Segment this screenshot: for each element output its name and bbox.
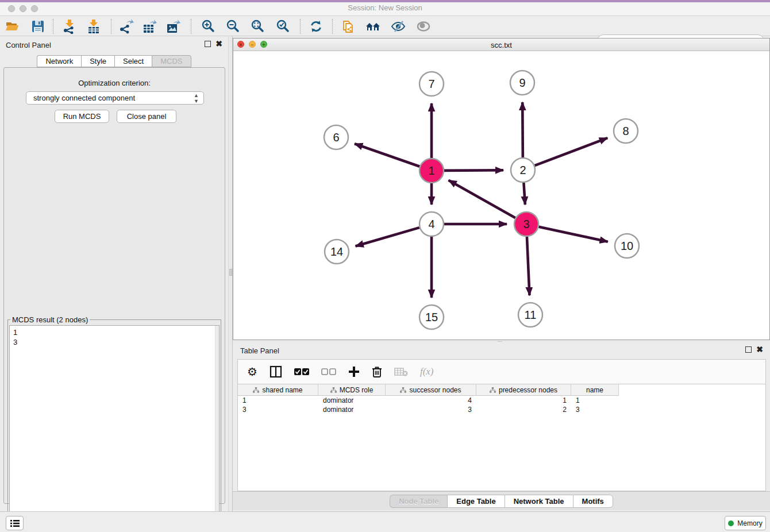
- run-mcds-button[interactable]: Run MCDS: [55, 110, 109, 123]
- svg-text:8: 8: [622, 125, 629, 137]
- mcds-result-scrollbar[interactable]: [215, 326, 219, 531]
- edge-2-9[interactable]: [522, 102, 523, 157]
- tab-network-table[interactable]: Network Table: [505, 495, 573, 508]
- node-8[interactable]: 8: [614, 119, 638, 143]
- column-header-shared-name[interactable]: shared name: [238, 384, 318, 396]
- save-session-icon[interactable]: [30, 18, 46, 34]
- table-cell[interactable]: dominator: [318, 396, 386, 405]
- float-panel-icon[interactable]: [745, 346, 752, 353]
- select-all-icon[interactable]: [294, 368, 309, 376]
- edge-1-6[interactable]: [355, 144, 419, 167]
- table-cell[interactable]: 1: [571, 396, 619, 405]
- splitter-grip[interactable]: [229, 269, 232, 276]
- node-14[interactable]: 14: [325, 240, 349, 264]
- add-column-icon[interactable]: [348, 366, 360, 377]
- first-neighbors-icon[interactable]: [365, 18, 381, 34]
- tab-network[interactable]: Network: [37, 55, 81, 67]
- destroy-table-icon[interactable]: [394, 367, 408, 376]
- hide-selected-icon[interactable]: [390, 18, 406, 34]
- node-15[interactable]: 15: [419, 305, 444, 329]
- deselect-all-icon[interactable]: [321, 368, 336, 376]
- export-table-icon[interactable]: [142, 18, 158, 34]
- open-session-icon[interactable]: [5, 18, 21, 34]
- table-cell[interactable]: 3: [386, 405, 476, 414]
- edge-1-2[interactable]: [444, 170, 503, 171]
- function-builder-icon[interactable]: f(x): [420, 366, 434, 377]
- table-panel: Table Panel ✖ ⚙ f(x) shared nameMCDS rol…: [233, 342, 770, 510]
- svg-text:9: 9: [519, 76, 525, 89]
- tab-select[interactable]: Select: [114, 55, 152, 67]
- close-panel-button[interactable]: Close panel: [117, 110, 176, 123]
- float-panel-icon[interactable]: [205, 41, 211, 47]
- column-header-predecessor-nodes[interactable]: predecessor nodes: [476, 384, 571, 396]
- zoom-in-icon[interactable]: [201, 18, 217, 34]
- edge-3-1[interactable]: [449, 180, 515, 218]
- node-1[interactable]: 1: [419, 159, 444, 183]
- zoom-selected-icon[interactable]: [275, 18, 291, 34]
- export-image-icon[interactable]: [165, 18, 182, 34]
- show-all-icon[interactable]: [415, 18, 432, 34]
- tab-style[interactable]: Style: [81, 55, 114, 67]
- tab-motifs[interactable]: Motifs: [573, 495, 613, 508]
- edge-3-10[interactable]: [538, 227, 607, 242]
- column-hierarchy-icon: [253, 387, 259, 393]
- node-2[interactable]: 2: [511, 158, 535, 182]
- vertical-splitter[interactable]: [228, 36, 233, 511]
- refresh-icon[interactable]: [308, 18, 324, 34]
- svg-text:11: 11: [525, 309, 537, 321]
- table-cell[interactable]: 3: [238, 405, 318, 414]
- table-options-icon[interactable]: ⚙: [247, 366, 257, 377]
- column-layout-icon[interactable]: [270, 365, 282, 378]
- delete-column-icon[interactable]: [372, 366, 382, 378]
- svg-text:10: 10: [621, 240, 633, 252]
- zoom-out-icon[interactable]: [225, 18, 241, 34]
- duplicate-network-icon[interactable]: [340, 18, 356, 34]
- close-panel-icon[interactable]: ✖: [215, 41, 222, 47]
- column-header-successor-nodes[interactable]: successor nodes: [386, 384, 476, 396]
- network-canvas[interactable]: 7968124314101511: [233, 51, 769, 340]
- table-cell[interactable]: 3: [571, 405, 619, 414]
- node-3[interactable]: 3: [514, 212, 538, 236]
- table-cell[interactable]: dominator: [318, 405, 386, 414]
- node-9[interactable]: 9: [510, 71, 534, 95]
- export-network-icon[interactable]: [118, 18, 134, 34]
- table-row[interactable]: 1dominator411: [238, 396, 765, 405]
- table-cell[interactable]: 2: [476, 405, 571, 414]
- mcds-result-textarea[interactable]: 13: [9, 325, 220, 531]
- memory-button[interactable]: Memory: [725, 516, 766, 530]
- node-6[interactable]: 6: [324, 125, 348, 149]
- show-panels-button[interactable]: [6, 516, 24, 530]
- svg-text:3: 3: [523, 218, 529, 230]
- table-cell[interactable]: 1: [238, 396, 318, 405]
- import-network-icon[interactable]: [61, 18, 78, 34]
- zoom-fit-icon[interactable]: [250, 18, 266, 34]
- node-4[interactable]: 4: [419, 212, 444, 236]
- svg-text:1: 1: [428, 164, 434, 177]
- edge-3-11[interactable]: [527, 237, 530, 295]
- tab-node-table[interactable]: Node Table: [390, 495, 447, 508]
- edge-2-8[interactable]: [535, 138, 608, 165]
- control-panel: Control Panel ✖ NetworkStyleSelectMCDS O…: [0, 36, 228, 511]
- tab-mcds[interactable]: MCDS: [152, 55, 191, 67]
- table-panel-title: Table Panel: [240, 346, 279, 355]
- table-row[interactable]: 3dominator323: [238, 405, 765, 414]
- column-header-name[interactable]: name: [571, 384, 619, 396]
- table-cell[interactable]: 1: [476, 396, 571, 405]
- edge-2-3[interactable]: [523, 183, 525, 205]
- column-header-MCDS-role[interactable]: MCDS role: [318, 384, 386, 396]
- node-table[interactable]: shared nameMCDS rolesuccessor nodesprede…: [237, 384, 766, 491]
- edge-4-14[interactable]: [356, 228, 419, 246]
- node-11[interactable]: 11: [518, 303, 542, 327]
- node-7[interactable]: 7: [419, 72, 444, 96]
- dropdown-stepper-icon: ▲▼: [194, 92, 199, 104]
- control-panel-title: Control Panel: [6, 41, 51, 49]
- title-bar: Session: New Session: [0, 0, 770, 16]
- svg-text:14: 14: [330, 245, 343, 258]
- import-table-icon[interactable]: [86, 18, 102, 34]
- column-label: successor nodes: [409, 386, 461, 394]
- table-cell[interactable]: 4: [386, 396, 476, 405]
- close-panel-icon[interactable]: ✖: [756, 346, 763, 353]
- optimization-criterion-select[interactable]: strongly connected component ▲▼: [26, 91, 204, 105]
- tab-edge-table[interactable]: Edge Table: [447, 495, 504, 508]
- node-10[interactable]: 10: [615, 234, 639, 258]
